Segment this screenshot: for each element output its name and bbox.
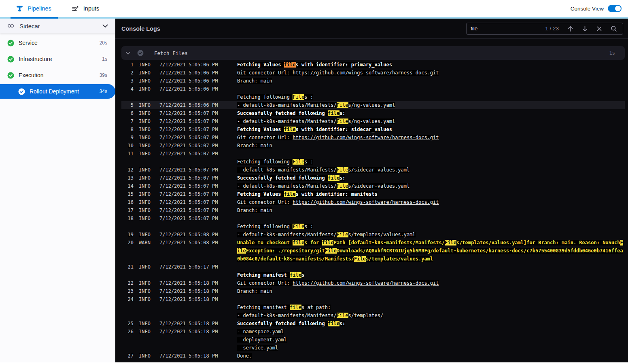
sidebar-item-rollout-deployment[interactable]: Rollout Deployment 34s <box>0 84 115 99</box>
log-lvl: INFO <box>139 263 153 271</box>
log-text: - service.yaml <box>237 345 278 351</box>
log-rows: 1INFO7/12/2021 5:05:06 PMFetching Values… <box>121 60 625 360</box>
log-section-header[interactable]: Fetch Files 1s <box>121 46 625 60</box>
console-view-label: Console View <box>571 6 604 12</box>
log-text: Git connector Url: <box>237 199 293 205</box>
log-lvl: INFO <box>139 101 153 109</box>
log-lvl: INFO <box>139 198 153 206</box>
log-text: s/templates/values.yaml <box>366 256 433 262</box>
log-ln: 13 <box>121 174 134 182</box>
log-ln: 2 <box>121 69 134 77</box>
log-message: Git connector Url: https://github.com/wi… <box>237 279 625 287</box>
inputs-icon <box>72 5 79 12</box>
log-text: Exception: ./repository/git <box>246 248 325 254</box>
console-title: Console Logs <box>121 25 160 32</box>
log-text: - deployment.yaml <box>237 337 287 343</box>
log-message: Fetching following Files : <box>237 158 625 166</box>
log-lvl: INFO <box>139 190 153 198</box>
log-time: 7/12/2021 5:05:18 PM <box>159 287 221 295</box>
log-text: s : <box>304 159 313 165</box>
stage-header-sidecar[interactable]: Sidecar <box>0 19 115 33</box>
log-message: Fetching manifest files at path: <box>237 303 625 311</box>
log-time: 7/12/2021 5:05:07 PM <box>159 190 221 198</box>
log-ln: 18 <box>121 214 134 222</box>
log-message: Successfully fetched following files: <box>237 109 625 117</box>
log-time: 7/12/2021 5:05:18 PM <box>159 295 221 303</box>
log-time: 7/12/2021 5:05:07 PM <box>159 214 221 222</box>
log-row: Fetching manifest files at path: <box>121 303 625 311</box>
log-search-box: 1 / 23 <box>466 23 623 35</box>
search-match: file <box>290 305 301 310</box>
log-text: s/templates/values.yaml <box>348 232 416 237</box>
toggle-knob <box>615 6 621 11</box>
log-text: - default-k8s-manifests/Manifests/ <box>237 119 337 124</box>
step-success-icon <box>137 50 144 56</box>
log-time: 7/12/2021 5:05:07 PM <box>159 166 221 174</box>
log-section-title: Fetch Files <box>154 50 188 56</box>
step-duration: 20s <box>100 40 107 46</box>
log-text: s : <box>304 224 313 229</box>
log-row: 3INFO7/12/2021 5:05:06 PMBranch: main <box>121 77 625 85</box>
log-lvl: INFO <box>139 142 153 150</box>
log-time: 7/12/2021 5:05:18 PM <box>159 320 221 328</box>
log-row: 5INFO7/12/2021 5:05:06 PM- default-k8s-m… <box>121 101 625 109</box>
log-link[interactable]: https://github.com/wings-software/harnes… <box>293 280 439 286</box>
tab-pipelines-label: Pipelines <box>28 5 51 12</box>
sidebar-item-execution[interactable]: Execution 39s <box>0 67 115 83</box>
log-message: Fetching manifest files <box>237 271 625 279</box>
sidebar-item-infrastructure[interactable]: Infrastructure 1s <box>0 51 115 67</box>
search-match-counter: 1 / 23 <box>545 25 559 32</box>
search-prev-button[interactable] <box>565 25 575 32</box>
console-view-toggle[interactable] <box>608 5 622 12</box>
log-ln: 7 <box>121 117 134 125</box>
active-tab-underline <box>11 17 58 19</box>
log-row: 20WARN7/12/2021 5:05:08 PMUnable to chec… <box>121 239 625 263</box>
step-duration: 1s <box>102 56 107 62</box>
log-message: Fetching Values files with identifier: s… <box>237 125 625 133</box>
log-link[interactable]: https://github.com/wings-software/harnes… <box>293 199 439 205</box>
tab-inputs-label: Inputs <box>83 5 100 12</box>
search-input[interactable] <box>471 25 545 32</box>
log-time: 7/12/2021 5:05:06 PM <box>159 101 221 109</box>
search-clear-button[interactable] <box>594 26 604 31</box>
log-ln: 25 <box>121 320 134 328</box>
stage-name: Sidecar <box>19 23 40 30</box>
log-link[interactable]: https://github.com/wings-software/harnes… <box>293 70 439 76</box>
log-lvl: INFO <box>139 125 153 133</box>
tab-inputs[interactable]: Inputs <box>72 5 100 12</box>
log-link[interactable]: https://github.com/wings-software/harnes… <box>293 135 439 140</box>
log-time: 7/12/2021 5:05:07 PM <box>159 174 221 182</box>
search-match: File <box>293 94 304 100</box>
sidebar-item-service[interactable]: Service 20s <box>0 35 115 51</box>
log-text: - default-k8s-manifests/Manifests/ <box>237 183 337 189</box>
log-ln: 22 <box>121 279 134 287</box>
log-message: Git connector Url: https://github.com/wi… <box>237 133 625 142</box>
log-time: 7/12/2021 5:05:18 PM <box>159 279 221 287</box>
log-row: 10INFO7/12/2021 5:05:07 PMBranch: main <box>121 142 625 150</box>
status-success-icon <box>7 72 14 79</box>
execution-sidebar: Sidecar Service 20s Infrastructure <box>0 19 115 362</box>
tab-pipelines[interactable]: Pipelines <box>16 5 51 12</box>
search-submit-button[interactable] <box>609 25 619 32</box>
status-success-selected-icon <box>18 88 25 95</box>
log-time: 7/12/2021 5:05:06 PM <box>159 85 221 93</box>
log-row: Fetching following Files : <box>121 93 625 101</box>
log-row: Fetching manifest files <box>121 271 625 279</box>
log-message: Unable to checkout files for filePath [d… <box>237 239 625 263</box>
log-text: Successfully fetched following <box>237 321 328 326</box>
log-ln: 9 <box>121 133 134 142</box>
log-text: Successfully fetched following <box>237 110 328 116</box>
step-label: Rollout Deployment <box>30 88 79 95</box>
log-ln: 14 <box>121 182 134 190</box>
log-ln: 3 <box>121 77 134 85</box>
search-match: file <box>290 272 301 278</box>
log-text: Unable to checkout <box>237 240 293 245</box>
log-text: s/ng-values.yaml <box>348 119 395 124</box>
log-ln: 23 <box>121 287 134 295</box>
search-match: File <box>293 159 304 165</box>
log-ln: 16 <box>121 198 134 206</box>
search-next-button[interactable] <box>580 25 590 32</box>
log-time: 7/12/2021 5:05:07 PM <box>159 125 221 133</box>
log-lvl: INFO <box>139 150 153 158</box>
log-text: Branch: main <box>237 143 272 148</box>
